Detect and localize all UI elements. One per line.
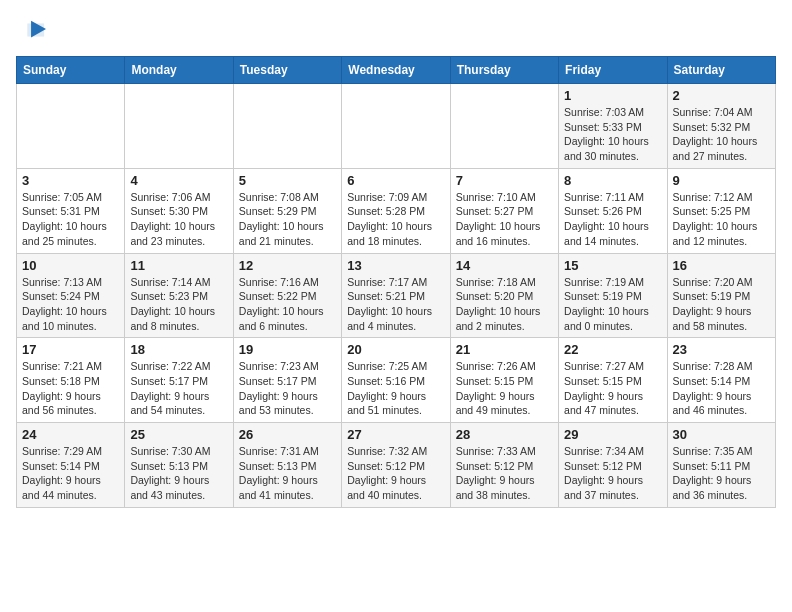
day-info: Sunrise: 7:33 AM Sunset: 5:12 PM Dayligh… <box>456 444 553 503</box>
calendar-cell <box>450 84 558 169</box>
day-number: 21 <box>456 342 553 357</box>
day-info: Sunrise: 7:12 AM Sunset: 5:25 PM Dayligh… <box>673 190 770 249</box>
calendar-cell: 18Sunrise: 7:22 AM Sunset: 5:17 PM Dayli… <box>125 338 233 423</box>
day-info: Sunrise: 7:31 AM Sunset: 5:13 PM Dayligh… <box>239 444 336 503</box>
day-info: Sunrise: 7:11 AM Sunset: 5:26 PM Dayligh… <box>564 190 661 249</box>
calendar-cell: 22Sunrise: 7:27 AM Sunset: 5:15 PM Dayli… <box>559 338 667 423</box>
calendar-week-2: 3Sunrise: 7:05 AM Sunset: 5:31 PM Daylig… <box>17 168 776 253</box>
calendar-cell <box>342 84 450 169</box>
day-number: 25 <box>130 427 227 442</box>
calendar-cell: 13Sunrise: 7:17 AM Sunset: 5:21 PM Dayli… <box>342 253 450 338</box>
day-number: 19 <box>239 342 336 357</box>
calendar-week-1: 1Sunrise: 7:03 AM Sunset: 5:33 PM Daylig… <box>17 84 776 169</box>
day-info: Sunrise: 7:06 AM Sunset: 5:30 PM Dayligh… <box>130 190 227 249</box>
day-info: Sunrise: 7:13 AM Sunset: 5:24 PM Dayligh… <box>22 275 119 334</box>
calendar-header: SundayMondayTuesdayWednesdayThursdayFrid… <box>17 57 776 84</box>
day-number: 17 <box>22 342 119 357</box>
day-info: Sunrise: 7:14 AM Sunset: 5:23 PM Dayligh… <box>130 275 227 334</box>
calendar-cell: 27Sunrise: 7:32 AM Sunset: 5:12 PM Dayli… <box>342 423 450 508</box>
calendar-body: 1Sunrise: 7:03 AM Sunset: 5:33 PM Daylig… <box>17 84 776 508</box>
day-number: 1 <box>564 88 661 103</box>
day-number: 14 <box>456 258 553 273</box>
day-number: 23 <box>673 342 770 357</box>
calendar-cell: 6Sunrise: 7:09 AM Sunset: 5:28 PM Daylig… <box>342 168 450 253</box>
day-number: 5 <box>239 173 336 188</box>
page-header <box>16 16 776 44</box>
calendar-cell: 9Sunrise: 7:12 AM Sunset: 5:25 PM Daylig… <box>667 168 775 253</box>
day-info: Sunrise: 7:19 AM Sunset: 5:19 PM Dayligh… <box>564 275 661 334</box>
day-info: Sunrise: 7:04 AM Sunset: 5:32 PM Dayligh… <box>673 105 770 164</box>
day-number: 11 <box>130 258 227 273</box>
weekday-header-friday: Friday <box>559 57 667 84</box>
day-info: Sunrise: 7:22 AM Sunset: 5:17 PM Dayligh… <box>130 359 227 418</box>
day-number: 30 <box>673 427 770 442</box>
day-info: Sunrise: 7:27 AM Sunset: 5:15 PM Dayligh… <box>564 359 661 418</box>
weekday-header-sunday: Sunday <box>17 57 125 84</box>
day-number: 3 <box>22 173 119 188</box>
calendar-cell: 28Sunrise: 7:33 AM Sunset: 5:12 PM Dayli… <box>450 423 558 508</box>
day-info: Sunrise: 7:35 AM Sunset: 5:11 PM Dayligh… <box>673 444 770 503</box>
day-number: 12 <box>239 258 336 273</box>
calendar-cell: 26Sunrise: 7:31 AM Sunset: 5:13 PM Dayli… <box>233 423 341 508</box>
calendar-week-5: 24Sunrise: 7:29 AM Sunset: 5:14 PM Dayli… <box>17 423 776 508</box>
day-info: Sunrise: 7:26 AM Sunset: 5:15 PM Dayligh… <box>456 359 553 418</box>
weekday-header-row: SundayMondayTuesdayWednesdayThursdayFrid… <box>17 57 776 84</box>
day-info: Sunrise: 7:08 AM Sunset: 5:29 PM Dayligh… <box>239 190 336 249</box>
calendar-cell: 15Sunrise: 7:19 AM Sunset: 5:19 PM Dayli… <box>559 253 667 338</box>
day-number: 2 <box>673 88 770 103</box>
day-info: Sunrise: 7:18 AM Sunset: 5:20 PM Dayligh… <box>456 275 553 334</box>
day-number: 9 <box>673 173 770 188</box>
calendar-cell: 21Sunrise: 7:26 AM Sunset: 5:15 PM Dayli… <box>450 338 558 423</box>
day-number: 29 <box>564 427 661 442</box>
calendar-cell: 8Sunrise: 7:11 AM Sunset: 5:26 PM Daylig… <box>559 168 667 253</box>
calendar-cell: 2Sunrise: 7:04 AM Sunset: 5:32 PM Daylig… <box>667 84 775 169</box>
day-number: 28 <box>456 427 553 442</box>
day-info: Sunrise: 7:09 AM Sunset: 5:28 PM Dayligh… <box>347 190 444 249</box>
day-info: Sunrise: 7:03 AM Sunset: 5:33 PM Dayligh… <box>564 105 661 164</box>
logo <box>16 16 46 44</box>
calendar-table: SundayMondayTuesdayWednesdayThursdayFrid… <box>16 56 776 508</box>
weekday-header-monday: Monday <box>125 57 233 84</box>
calendar-cell: 5Sunrise: 7:08 AM Sunset: 5:29 PM Daylig… <box>233 168 341 253</box>
day-number: 13 <box>347 258 444 273</box>
day-info: Sunrise: 7:28 AM Sunset: 5:14 PM Dayligh… <box>673 359 770 418</box>
day-info: Sunrise: 7:23 AM Sunset: 5:17 PM Dayligh… <box>239 359 336 418</box>
day-number: 10 <box>22 258 119 273</box>
day-number: 8 <box>564 173 661 188</box>
calendar-cell: 29Sunrise: 7:34 AM Sunset: 5:12 PM Dayli… <box>559 423 667 508</box>
calendar-week-4: 17Sunrise: 7:21 AM Sunset: 5:18 PM Dayli… <box>17 338 776 423</box>
weekday-header-saturday: Saturday <box>667 57 775 84</box>
day-number: 20 <box>347 342 444 357</box>
day-info: Sunrise: 7:29 AM Sunset: 5:14 PM Dayligh… <box>22 444 119 503</box>
calendar-cell <box>233 84 341 169</box>
day-info: Sunrise: 7:21 AM Sunset: 5:18 PM Dayligh… <box>22 359 119 418</box>
calendar-week-3: 10Sunrise: 7:13 AM Sunset: 5:24 PM Dayli… <box>17 253 776 338</box>
day-number: 27 <box>347 427 444 442</box>
day-info: Sunrise: 7:16 AM Sunset: 5:22 PM Dayligh… <box>239 275 336 334</box>
day-number: 7 <box>456 173 553 188</box>
calendar-cell: 12Sunrise: 7:16 AM Sunset: 5:22 PM Dayli… <box>233 253 341 338</box>
day-number: 18 <box>130 342 227 357</box>
day-info: Sunrise: 7:34 AM Sunset: 5:12 PM Dayligh… <box>564 444 661 503</box>
day-number: 15 <box>564 258 661 273</box>
calendar-cell: 10Sunrise: 7:13 AM Sunset: 5:24 PM Dayli… <box>17 253 125 338</box>
calendar-cell: 17Sunrise: 7:21 AM Sunset: 5:18 PM Dayli… <box>17 338 125 423</box>
day-number: 6 <box>347 173 444 188</box>
calendar-cell <box>17 84 125 169</box>
calendar-cell: 24Sunrise: 7:29 AM Sunset: 5:14 PM Dayli… <box>17 423 125 508</box>
calendar-cell: 11Sunrise: 7:14 AM Sunset: 5:23 PM Dayli… <box>125 253 233 338</box>
weekday-header-wednesday: Wednesday <box>342 57 450 84</box>
calendar-cell: 4Sunrise: 7:06 AM Sunset: 5:30 PM Daylig… <box>125 168 233 253</box>
calendar-cell: 14Sunrise: 7:18 AM Sunset: 5:20 PM Dayli… <box>450 253 558 338</box>
calendar-cell: 23Sunrise: 7:28 AM Sunset: 5:14 PM Dayli… <box>667 338 775 423</box>
calendar-cell: 25Sunrise: 7:30 AM Sunset: 5:13 PM Dayli… <box>125 423 233 508</box>
day-number: 22 <box>564 342 661 357</box>
day-number: 4 <box>130 173 227 188</box>
calendar-cell <box>125 84 233 169</box>
logo-icon <box>18 16 46 44</box>
weekday-header-tuesday: Tuesday <box>233 57 341 84</box>
calendar-cell: 20Sunrise: 7:25 AM Sunset: 5:16 PM Dayli… <box>342 338 450 423</box>
day-number: 26 <box>239 427 336 442</box>
day-number: 24 <box>22 427 119 442</box>
weekday-header-thursday: Thursday <box>450 57 558 84</box>
